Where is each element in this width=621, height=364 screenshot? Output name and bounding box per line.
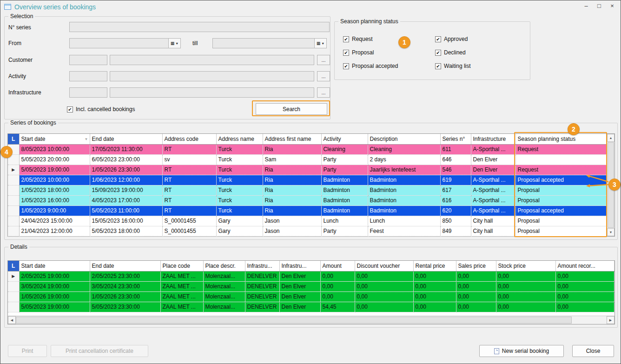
grid-cell[interactable]: 17/05/2023 11:30:00 [90,144,162,154]
grid-cell[interactable]: DENELVER [245,291,279,302]
scroll-down-icon[interactable]: ▼ [607,228,614,236]
grid-cell[interactable]: City hall [471,226,515,236]
grid-cell[interactable]: RT [162,175,216,185]
grid-cell[interactable]: 546 [440,165,471,175]
customer-name-input[interactable] [110,55,314,65]
grid-cell[interactable]: 5/05/2023 11:00:00 [90,205,162,216]
from-date-input[interactable]: ▦ ▼ [69,38,181,48]
grid-cell[interactable]: RT [162,185,216,195]
grid-cell[interactable]: 0,00 [320,281,355,291]
grid-cell[interactable]: 5/05/2023 23:30:00 [90,302,160,312]
grid-cell[interactable]: Badminton [368,185,440,195]
grid-cell[interactable]: 5/05/2023 19:00:00 [19,165,90,175]
column-header-discount-voucher[interactable]: Discount voucher [355,261,413,271]
minimize-icon[interactable]: – [582,2,590,9]
grid-cell[interactable]: Den Elver [471,154,515,165]
grid-cell[interactable]: Badminton [368,175,440,185]
grid-cell[interactable]: ZAAL MET ... [160,281,203,291]
grid-cell[interactable]: Den Elver [279,281,320,291]
checkbox-proposal-accepted[interactable]: ✔ Proposal accepted [343,63,435,69]
grid-cell[interactable]: Proposal [515,216,607,226]
grid-cell[interactable]: Ria [263,195,321,205]
grid-cell[interactable]: 0,00 [355,291,413,302]
column-header-activity[interactable]: Activity [321,134,368,144]
grid-cell[interactable]: 3/05/2024 19:00:00 [19,281,90,291]
column-header-end-date[interactable]: End date [90,261,160,271]
grid-cell[interactable]: A-Sporthal ... [471,185,515,195]
row-selector-cell[interactable] [8,226,19,236]
grid-cell[interactable]: Sam [263,154,321,165]
grid-cell[interactable]: A-Sporthal ... [471,195,515,205]
row-selector-cell[interactable] [8,291,19,302]
grid-cell[interactable]: S_00001455 [162,216,216,226]
infrastructure-name-input[interactable] [110,87,314,98]
till-date-input[interactable]: ▦ ▼ [212,38,327,48]
grid-cell[interactable]: Jason [263,226,321,236]
grid-cell[interactable]: Gary [216,226,263,236]
grid-cell[interactable]: 8/05/2023 10:00:00 [19,144,90,154]
search-button[interactable]: Search [256,103,327,115]
grid-cell[interactable]: Badminton [321,185,368,195]
grid-cell[interactable]: RT [162,144,216,154]
grid-cell[interactable]: Ria [263,144,321,154]
infrastructure-code-input[interactable] [69,87,107,98]
grid-cell[interactable]: Turck [216,205,263,216]
grid-cell[interactable]: 6/05/2023 23:00:00 [90,154,162,165]
table-row[interactable]: 1/05/2026 19:00:001/05/2026 23:30:00ZAAL… [8,291,614,302]
column-header-address-first-name[interactable]: Address first name [263,134,321,144]
grid-cell[interactable]: sv [162,154,216,165]
column-header-address-name[interactable]: Address name [216,134,263,144]
grid-cell[interactable]: Badminton [368,195,440,205]
grid-cell[interactable]: Badminton [368,205,440,216]
column-header-infrastructure-name[interactable]: Infrastru... [279,261,320,271]
grid-cell[interactable]: Lunch [368,216,440,226]
grid-cell[interactable]: Party [321,226,368,236]
grid-cell[interactable]: City hall [471,216,515,226]
grid-cell[interactable]: 0,00 [496,281,555,291]
grid-cell[interactable]: 54,45 [320,302,355,312]
incl-cancelled-checkbox[interactable]: ✔ Incl. cancelled bookings [67,106,135,113]
grid-cell[interactable]: 0,00 [355,271,413,281]
column-header-place-code[interactable]: Place code [160,261,203,271]
grid-cell[interactable]: 0,00 [496,291,555,302]
grid-cell[interactable]: S_00001455 [162,226,216,236]
column-header-series-no[interactable]: Series n° [440,134,471,144]
grid-cell[interactable]: 620 [440,205,471,216]
grid-cell[interactable]: Badminton [321,205,368,216]
grid-cell[interactable]: 0,00 [496,271,555,281]
scroll-right-icon[interactable]: ▶ [607,316,614,324]
grid-cell[interactable]: Party [321,165,368,175]
grid-cell[interactable]: Molenzaal... [203,281,245,291]
grid-cell[interactable]: 0,00 [413,271,456,281]
grid-cell[interactable]: 0,00 [555,271,614,281]
row-pointer-icon[interactable]: ▶ [8,271,19,281]
grid-cell[interactable]: 611 [440,144,471,154]
grid-cell[interactable]: Jaarlijks lentefeest [368,165,440,175]
grid-cell[interactable]: Turck [216,165,263,175]
till-calendar-dropdown-button[interactable]: ▦ ▼ [314,39,326,48]
table-row[interactable]: ▶2/05/2025 19:00:002/05/2025 23:30:00ZAA… [8,271,614,281]
activity-code-input[interactable] [69,71,107,81]
checkbox-request[interactable]: ✔ Request [343,36,435,42]
grid-cell[interactable]: Proposal [515,185,607,195]
column-header-amount-recorded[interactable]: Amount recor... [555,261,614,271]
grid-cell[interactable]: 5/05/2023 18:00:00 [90,226,162,236]
checkbox-declined[interactable]: ✔ Declined [435,49,525,56]
grid-cell[interactable]: Request [515,165,607,175]
grid-cell[interactable]: ZAAL MET ... [160,291,203,302]
grid-cell[interactable]: 5/05/2023 19:00:00 [19,302,90,312]
grid-cell[interactable]: Turck [216,185,263,195]
column-header-sales-price[interactable]: Sales price [456,261,496,271]
column-header-season-planning-status[interactable]: Season planning status [515,134,607,144]
grid-cell[interactable]: 21/04/2023 12:00:00 [19,226,90,236]
grid-cell[interactable]: Den Elver [279,302,320,312]
grid-cell[interactable]: Proposal accepted [515,175,607,185]
grid-cell[interactable]: 0,00 [413,302,456,312]
row-selector-cell[interactable] [8,205,19,216]
table-row[interactable]: ▶5/05/2023 19:00:001/05/2026 23:30:00RTT… [8,165,607,175]
row-selector-cell[interactable] [8,175,19,185]
grid-cell[interactable]: Feest [368,226,440,236]
grid-cell[interactable]: Molenzaal... [203,291,245,302]
grid-cell[interactable]: 4/05/2023 17:00:00 [90,195,162,205]
grid-cell[interactable]: 0,00 [555,302,614,312]
